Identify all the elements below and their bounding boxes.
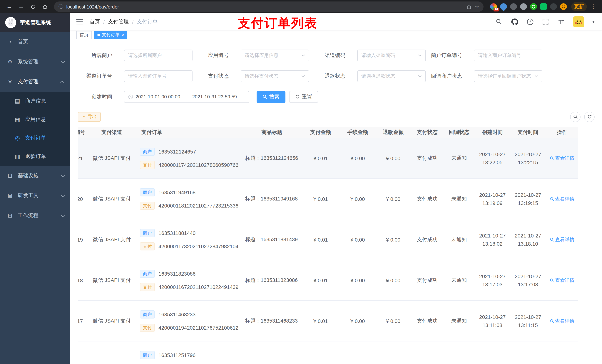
header-status: 支付状态 bbox=[411, 127, 443, 138]
pin-extension-icon[interactable] bbox=[499, 2, 508, 11]
date-start-value[interactable]: 2021-10-01 00:00:00 bbox=[136, 94, 180, 100]
channel-order-no-input[interactable] bbox=[124, 70, 193, 82]
pale-extension-icon[interactable] bbox=[520, 3, 527, 10]
field-label: 商户订单编号 bbox=[428, 52, 466, 59]
pay-badge: 支付 bbox=[140, 161, 155, 169]
refund-status-select[interactable]: 请选择退款状态 bbox=[357, 70, 426, 82]
browser-forward-icon[interactable]: → bbox=[16, 2, 26, 11]
tab-close-icon[interactable]: × bbox=[121, 33, 124, 37]
search-button[interactable]: 搜索 bbox=[257, 91, 285, 103]
breadcrumb-payment[interactable]: 支付管理 bbox=[108, 18, 129, 25]
yen-icon: ¥ bbox=[7, 79, 13, 85]
pay-order-line: 支付 4200001173202110272847982104 bbox=[140, 242, 242, 250]
reset-button[interactable]: 重置 bbox=[289, 91, 318, 103]
date-end-value[interactable]: 2021-10-31 23:59:59 bbox=[192, 94, 237, 100]
sidebar-item-payment[interactable]: ¥ 支付管理 bbox=[0, 72, 70, 92]
browser-back-icon[interactable]: ← bbox=[4, 2, 14, 11]
date-range-input[interactable]: 2021-10-01 00:00:00 - 2021-10-31 23:59:5… bbox=[124, 91, 249, 103]
header-order: 支付订单 bbox=[136, 127, 242, 138]
url-text[interactable]: localhost:1024/pay/order bbox=[66, 4, 119, 10]
view-detail-label: 查看详情 bbox=[555, 318, 574, 324]
merchant-input-field[interactable] bbox=[128, 53, 188, 58]
sidebar-item-merchant-info[interactable]: ▤ 商户信息 bbox=[0, 92, 70, 110]
sidebar-item-workflow[interactable]: ⊞ 工作流程 bbox=[0, 206, 70, 226]
breadcrumb-separator: / bbox=[132, 19, 134, 25]
palette-extension-icon[interactable]: 10 bbox=[490, 3, 497, 10]
channel-pay-no: 4200001181202110277723215336 bbox=[159, 203, 238, 209]
payment-submenu: ▤ 商户信息 ▦ 应用信息 ◎ 支付订单 ▥ 退款订单 bbox=[0, 92, 70, 166]
fee-amount: ¥ 0.00 bbox=[340, 138, 376, 179]
merchant-input[interactable] bbox=[124, 50, 193, 62]
user-avatar[interactable] bbox=[573, 16, 584, 27]
address-bar[interactable]: ⓘ localhost:1024/pay/order ☆ bbox=[54, 1, 484, 12]
sidebar-item-refund-order[interactable]: ▥ 退款订单 bbox=[0, 147, 70, 166]
share-icon[interactable] bbox=[467, 4, 472, 10]
header-pay-time: 支付时间 bbox=[510, 127, 546, 138]
workflow-icon: ⊞ bbox=[7, 212, 13, 219]
show-search-button[interactable] bbox=[570, 112, 580, 122]
pay-status-select[interactable]: 请选择支付状态 bbox=[241, 70, 309, 82]
browser-menu-icon[interactable]: ⋮ bbox=[589, 3, 598, 10]
font-size-icon[interactable]: TT bbox=[558, 18, 565, 25]
merchant-order-no-field[interactable] bbox=[478, 53, 538, 58]
field-label: 所属商户 bbox=[78, 52, 117, 59]
filter-pay-status: 支付状态 请选择支付状态 bbox=[194, 70, 311, 82]
merchant-order-no-input[interactable] bbox=[474, 50, 542, 62]
pay-channel: 微信 JSAPI 支付 bbox=[88, 179, 136, 219]
pay-status: 支付成功 bbox=[411, 138, 443, 179]
table-header-row: 编号 支付渠道 支付订单 商品标题 支付金额 手续金额 退款金额 支付状态 回调… bbox=[78, 127, 578, 138]
sidebar-item-infra[interactable]: ⊡ 基础设施 bbox=[0, 166, 70, 186]
browser-reload-icon[interactable] bbox=[28, 2, 38, 11]
view-detail-link[interactable]: 查看详情 bbox=[550, 318, 574, 324]
pay-time-cell bbox=[510, 342, 546, 364]
browser-update-button[interactable]: 更新 bbox=[571, 2, 587, 11]
sidebar-item-pay-order[interactable]: ◎ 支付订单 bbox=[0, 129, 70, 147]
create-time: 13:17:03 bbox=[475, 281, 510, 289]
export-button[interactable]: 导出 bbox=[78, 112, 101, 122]
action-cell: 查看详情 bbox=[546, 138, 578, 179]
breadcrumb-separator: / bbox=[103, 19, 105, 25]
channel-order-no-field[interactable] bbox=[128, 73, 188, 79]
tab-pay-order[interactable]: 支付订单 × bbox=[94, 31, 127, 39]
view-detail-link[interactable]: 查看详情 bbox=[550, 155, 574, 162]
green-circle-extension-icon[interactable] bbox=[530, 3, 537, 10]
filter-channel-code: 渠道编码 请输入渠道编码 bbox=[311, 50, 428, 62]
sidebar-item-devtools[interactable]: ⊠ 研发工具 bbox=[0, 186, 70, 206]
chevron-down-icon bbox=[418, 54, 422, 57]
app-select[interactable]: 请选择应用信息 bbox=[241, 50, 309, 62]
sidebar-logo[interactable]: 芋道管理系统 bbox=[0, 13, 70, 32]
help-icon[interactable]: ? bbox=[527, 18, 534, 25]
select-placeholder: 请选择应用信息 bbox=[245, 52, 299, 59]
search-icon[interactable] bbox=[495, 18, 503, 25]
pay-amount: ¥ 0.01 bbox=[301, 179, 340, 219]
sidebar-item-app-info[interactable]: ▦ 应用信息 bbox=[0, 110, 70, 129]
site-info-icon[interactable]: ⓘ bbox=[58, 3, 63, 10]
breadcrumb-home[interactable]: 首页 bbox=[90, 18, 100, 25]
view-detail-link[interactable]: 查看详情 bbox=[550, 277, 574, 284]
view-detail-link[interactable]: 查看详情 bbox=[550, 236, 574, 243]
profile-avatar-icon[interactable] bbox=[560, 3, 567, 10]
notify-status-select[interactable]: 请选择订单回调商户状态 bbox=[474, 70, 542, 82]
pay-date: 2021-10-27 bbox=[510, 232, 546, 240]
create-date: 2021-10-27 bbox=[475, 232, 510, 240]
bookmark-star-icon[interactable]: ☆ bbox=[475, 4, 479, 10]
gray-extension-icon[interactable] bbox=[510, 3, 517, 10]
refund-amount bbox=[376, 342, 411, 364]
hamburger-icon[interactable] bbox=[76, 18, 85, 26]
refresh-button[interactable] bbox=[584, 112, 595, 122]
gear-icon: ⚙ bbox=[7, 58, 13, 65]
fullscreen-icon[interactable] bbox=[542, 18, 549, 25]
sidebar-item-system[interactable]: ⚙ 系统管理 bbox=[0, 52, 70, 72]
tab-home[interactable]: 首页 bbox=[76, 31, 92, 39]
channel-code-select[interactable]: 请输入渠道编码 bbox=[357, 50, 426, 62]
github-icon[interactable] bbox=[511, 18, 518, 25]
chat-extension-icon[interactable] bbox=[540, 3, 547, 10]
view-detail-link[interactable]: 查看详情 bbox=[550, 196, 574, 202]
pay-channel: 微信 JSAPI 支付 bbox=[88, 219, 136, 260]
caret-down-icon[interactable]: ▾ bbox=[592, 19, 595, 24]
browser-home-icon[interactable] bbox=[40, 2, 50, 11]
channel-pay-no: 4200001194202110276752100612 bbox=[159, 325, 238, 331]
sidebar-item-home[interactable]: ◔ 首页 bbox=[0, 32, 70, 52]
pushpin-extension-icon[interactable] bbox=[550, 3, 557, 10]
main-area: 首页 / 支付管理 / 支付订单 支付订单列表 ? bbox=[70, 13, 602, 364]
